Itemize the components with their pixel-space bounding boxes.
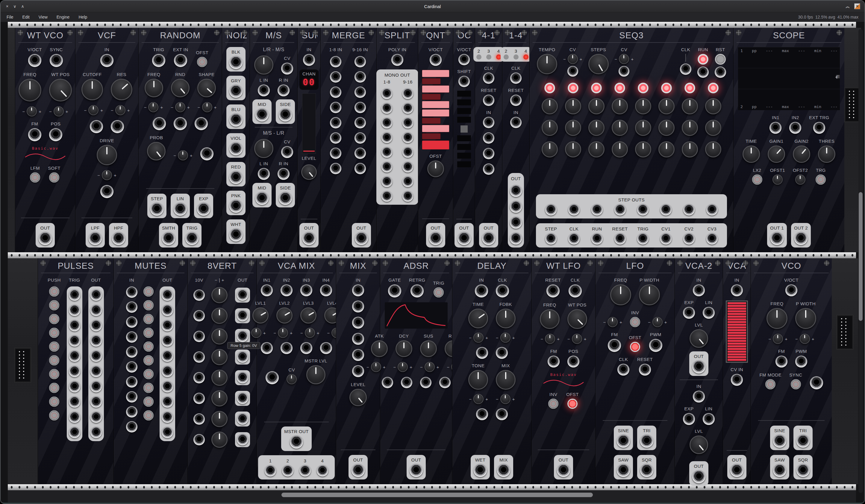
menu-item-help[interactable]: Help — [79, 15, 87, 20]
output-port-sqr[interactable] — [640, 464, 653, 477]
selector-led[interactable] — [523, 55, 529, 60]
output-port-pnk[interactable] — [229, 200, 243, 213]
port-1-8-in-3[interactable] — [330, 86, 341, 98]
output-port-saw[interactable] — [773, 464, 786, 477]
port-trig[interactable] — [637, 233, 648, 245]
push-button[interactable] — [143, 300, 153, 310]
port-jack[interactable] — [126, 316, 137, 328]
input-port[interactable] — [193, 331, 205, 342]
knob-lvl3[interactable] — [300, 307, 316, 324]
port-cv3[interactable] — [706, 233, 718, 245]
output-port-side[interactable] — [279, 192, 292, 205]
port-lin[interactable] — [703, 413, 715, 425]
attenuverter-knob[interactable] — [397, 362, 408, 372]
octave-step[interactable] — [461, 126, 468, 132]
knob-wt-pos[interactable] — [49, 79, 72, 102]
port-jack[interactable] — [810, 376, 823, 389]
attenuverter-knob[interactable] — [773, 334, 783, 344]
gain-knob[interactable] — [211, 308, 228, 324]
knob-lvl2[interactable] — [276, 307, 292, 324]
output-port[interactable] — [237, 372, 248, 383]
attenuverter-knob[interactable] — [202, 102, 212, 112]
port-jack[interactable] — [126, 346, 137, 358]
port-rst[interactable] — [715, 67, 726, 78]
step-led[interactable] — [591, 83, 602, 93]
knob-lvl[interactable] — [690, 435, 708, 454]
port-jack[interactable] — [90, 366, 102, 377]
port-1-8-2[interactable] — [381, 103, 392, 114]
port-jack[interactable] — [476, 408, 488, 420]
knob-tempo[interactable] — [537, 54, 557, 74]
port-fm[interactable] — [608, 339, 621, 352]
knob-level[interactable] — [349, 389, 367, 406]
port-1-8-in-4[interactable] — [330, 102, 341, 113]
seq-knob[interactable] — [565, 141, 581, 157]
port-9-16-in-4[interactable] — [355, 102, 366, 113]
port-jack[interactable] — [126, 301, 137, 313]
port-jack[interactable] — [266, 371, 279, 384]
knob-freq[interactable] — [145, 79, 163, 97]
knob-mix[interactable] — [496, 370, 516, 390]
piano-key-black[interactable] — [422, 78, 441, 84]
port-jack[interactable] — [90, 320, 102, 331]
gain-knob[interactable] — [211, 432, 228, 448]
push-button[interactable] — [143, 355, 153, 365]
seq-knob[interactable] — [705, 141, 721, 157]
attenuverter-knob[interactable] — [545, 334, 555, 344]
port-jack[interactable] — [476, 347, 488, 359]
port-jack[interactable] — [261, 342, 273, 354]
port-lin[interactable] — [703, 307, 715, 319]
knob-lvl1[interactable] — [252, 307, 268, 324]
attenuverter-knob[interactable] — [27, 106, 37, 116]
attenuverter-knob[interactable] — [425, 362, 435, 372]
port-r-in[interactable] — [278, 84, 289, 96]
output-port-exp[interactable] — [197, 203, 210, 216]
port-jack[interactable] — [153, 117, 166, 130]
attenuverter-knob[interactable] — [115, 105, 125, 115]
port-jack[interactable] — [126, 406, 137, 418]
port-jack[interactable] — [401, 377, 412, 388]
port-jack[interactable] — [352, 365, 364, 377]
port-in[interactable] — [100, 54, 114, 67]
port-v-oct[interactable] — [430, 54, 442, 66]
output-port[interactable] — [237, 290, 248, 301]
port-clk[interactable] — [618, 364, 630, 376]
port-jack[interactable] — [382, 377, 393, 388]
output-port-out[interactable] — [351, 464, 365, 477]
port-ext-trg[interactable] — [813, 122, 825, 134]
port-9-16-3[interactable] — [402, 118, 413, 128]
seq-knob[interactable] — [705, 98, 721, 114]
port-jack[interactable] — [300, 342, 312, 354]
port-jack[interactable] — [126, 331, 137, 343]
port-clk[interactable] — [568, 233, 580, 245]
port-reset[interactable] — [639, 364, 651, 376]
h-scrollbar-thumb[interactable] — [281, 493, 593, 497]
input-port[interactable] — [193, 392, 205, 404]
button-ofst[interactable] — [567, 399, 578, 409]
output-port-out[interactable] — [557, 464, 570, 477]
port-9-16-in-5[interactable] — [355, 117, 366, 128]
port-jack[interactable] — [162, 290, 173, 301]
port-9-16-in-8[interactable] — [355, 163, 366, 174]
selector-led[interactable] — [514, 55, 519, 60]
port-jack[interactable] — [162, 350, 173, 362]
attenuverter-knob[interactable] — [102, 170, 112, 180]
port-jack[interactable] — [280, 342, 292, 354]
port-clk[interactable] — [483, 72, 494, 84]
port-cv[interactable] — [281, 146, 293, 158]
knob-steps[interactable] — [588, 54, 609, 74]
output-port-tri[interactable] — [640, 435, 653, 448]
knob-wt-pos[interactable] — [567, 309, 587, 329]
port-reset[interactable] — [483, 95, 494, 106]
output-port[interactable] — [237, 392, 248, 404]
port-v-oct[interactable] — [458, 54, 470, 65]
knob-lvl[interactable] — [690, 329, 708, 348]
octave-step[interactable] — [457, 161, 471, 167]
port-1-8-in-1[interactable] — [330, 56, 341, 67]
port-9-16-2[interactable] — [402, 103, 413, 114]
push-button[interactable] — [49, 341, 59, 352]
knob-knob[interactable] — [301, 164, 317, 180]
seq-knob[interactable] — [542, 120, 558, 136]
port-reset[interactable] — [510, 95, 522, 106]
gain-knob[interactable] — [211, 411, 228, 427]
